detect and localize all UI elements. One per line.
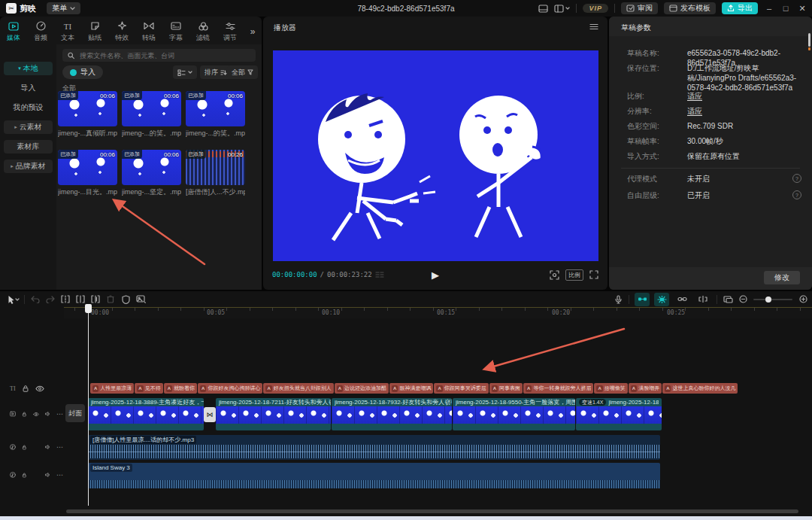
filter-button[interactable]: 全部 — [227, 65, 258, 79]
subtitle-clip[interactable]: A眼神满是嘲讽 — [389, 383, 433, 394]
auto-snap-toggle[interactable] — [654, 293, 669, 306]
video-clip[interactable]: jimeng-2025-12-18-3889-主角凑近好友，一脸信任 — [88, 398, 204, 430]
undo-button[interactable] — [28, 293, 43, 306]
subtitle-clip[interactable]: A同事表面 — [489, 383, 523, 394]
workspace-switcher[interactable] — [554, 5, 570, 13]
lock-icon[interactable] — [22, 443, 27, 452]
minimize-button[interactable]: – — [764, 4, 774, 13]
playhead-line[interactable] — [88, 306, 89, 506]
import-button[interactable]: 导入 — [62, 65, 103, 79]
subtitle-clip[interactable]: A就盼着你 — [164, 383, 197, 394]
split-button[interactable] — [58, 293, 73, 306]
mute-icon[interactable] — [45, 443, 50, 451]
zoom-out-button[interactable] — [735, 293, 750, 306]
field-value-link[interactable]: 适应 — [687, 106, 702, 116]
nav-item-import[interactable]: 导入 — [4, 81, 53, 95]
tab-captions[interactable]: 字幕 — [162, 19, 189, 44]
subtitle-clip[interactable]: A你跟好友掏心掏肺讲心 — [198, 383, 262, 394]
audio-clip-music[interactable]: Island Sway 3 — [88, 463, 660, 488]
modify-button[interactable]: 修改 — [764, 271, 800, 284]
tab-text[interactable]: TI 文本 — [54, 19, 81, 44]
nav-item-library[interactable]: 素材库 — [4, 140, 53, 154]
subtitle-clip[interactable]: A边说还边添油加醋 — [335, 383, 389, 394]
subtitle-clip[interactable]: A好友扭头就当八卦跟别人 — [263, 383, 333, 394]
fit-timeline-button[interactable] — [720, 293, 735, 306]
media-item[interactable]: 已添加 00:06 jimeng-...的笑。.mp4 — [122, 91, 181, 138]
subtitle-clip[interactable]: A人性里最凉薄 — [90, 383, 134, 394]
main-track-magnet-toggle[interactable] — [635, 293, 650, 306]
subtitle-clip[interactable]: A这世上真心盼你好的人没几 — [662, 383, 738, 394]
video-clip[interactable]: jimeng-2025-12-18-7932-好友转头和旁人窃窃私 — [332, 398, 452, 430]
more-options-icon[interactable]: ⋯ — [56, 410, 64, 418]
search-bar[interactable] — [62, 49, 256, 62]
record-voiceover-button[interactable] — [611, 293, 626, 306]
eye-icon[interactable] — [33, 411, 39, 418]
eye-icon[interactable] — [35, 385, 44, 392]
subtitle-clip[interactable]: A满脸嘲弄 — [629, 383, 662, 394]
tab-filters[interactable]: 滤镜 — [189, 19, 217, 44]
media-item[interactable]: 已添加 00:06 jimeng-...的笑。.mp4 — [186, 91, 245, 138]
video-clip[interactable]: 变速1.4X jimeng-2025-12-18-98 — [576, 398, 662, 430]
review-button[interactable]: 审阅 — [621, 2, 658, 14]
select-tool-button[interactable] — [6, 293, 21, 306]
nav-item-presets[interactable]: 我的预设 — [4, 101, 53, 114]
close-button[interactable]: ✕ — [797, 4, 807, 14]
menu-button[interactable]: 菜单 — [47, 2, 80, 14]
help-icon[interactable]: ? — [792, 174, 801, 183]
zoom-in-button[interactable] — [795, 293, 810, 306]
media-item[interactable]: 已添加 00:06 jimeng-...坚定。.mp4 — [122, 150, 181, 197]
layout-icon[interactable] — [538, 5, 548, 13]
player-menu-icon[interactable] — [589, 23, 598, 30]
video-clip[interactable]: jimeng-2025-12-18-7211-好友转头和旁人窃窃私语 — [216, 398, 331, 430]
delete-button[interactable] — [103, 293, 118, 306]
subtitle-clip[interactable]: A你跟同事哭诉委屈 — [434, 383, 488, 394]
linked-selection-toggle[interactable] — [674, 293, 689, 306]
timeline-zoom-slider[interactable] — [753, 299, 792, 300]
search-input[interactable] — [78, 51, 250, 60]
export-button[interactable]: 导出 — [722, 2, 758, 14]
playhead-handle[interactable] — [85, 304, 92, 313]
media-item[interactable]: 已添加 00:06 jimeng-...目光。.mp4 — [58, 150, 117, 197]
vip-badge[interactable]: VIP — [583, 4, 608, 13]
subtitle-clip[interactable]: A等你一转身就跟旁人挤眉 — [523, 383, 593, 394]
tab-adjust[interactable]: 调节 — [217, 19, 244, 44]
more-options-icon[interactable]: ⋯ — [56, 471, 64, 479]
video-preview[interactable] — [273, 50, 598, 261]
nav-item-local[interactable]: ▾本地 — [4, 62, 53, 75]
tab-effects[interactable]: 特效 — [108, 19, 135, 44]
scrollbar-thumb[interactable] — [808, 33, 810, 47]
media-item[interactable]: 已添加 00:26 [唐僧僧]人...不少.mp3 — [186, 150, 245, 197]
focus-frame-icon[interactable] — [550, 270, 559, 280]
timeline-ruler[interactable]: 00:00 00:05 00:10 00:15 00:20 00:25 — [64, 307, 812, 318]
maximize-button[interactable]: □ — [780, 4, 791, 13]
mask-button[interactable] — [118, 293, 133, 306]
zoom-slider-thumb[interactable] — [765, 296, 771, 303]
field-value-link[interactable]: 适应 — [687, 91, 702, 101]
help-icon[interactable]: ? — [792, 190, 801, 199]
view-toggle-button[interactable] — [173, 65, 197, 79]
fullscreen-icon[interactable] — [589, 270, 598, 279]
smart-matting-button[interactable] — [133, 293, 148, 306]
video-clip[interactable]: jimeng-2025-12-18-9550-主角一脸落寞，周围人有的 — [453, 398, 575, 430]
tab-media[interactable]: 媒体 — [0, 19, 27, 44]
media-item[interactable]: 已添加 00:06 jimeng-...真倾听.mp4 — [58, 91, 117, 138]
tab-transition[interactable]: 转场 — [135, 19, 162, 44]
mute-icon[interactable] — [45, 471, 50, 479]
tab-audio[interactable]: 音频 — [27, 19, 54, 44]
subtitle-clip[interactable]: A见不得 — [135, 383, 162, 394]
publish-template-button[interactable]: 发布模板 — [664, 2, 716, 14]
lock-icon[interactable] — [22, 471, 27, 479]
nav-item-brand[interactable]: ▸品牌素材 — [4, 160, 53, 173]
more-tabs-button[interactable]: » — [244, 19, 262, 44]
ratio-button[interactable]: 比例 — [565, 269, 583, 281]
audio-clip-voiceover[interactable]: [唐僧僧]人性里最凉....话的却不少.mp3 — [88, 435, 660, 460]
redo-button[interactable] — [43, 293, 58, 306]
timeline-horizontal-scrollbar[interactable] — [66, 509, 798, 513]
mute-icon[interactable] — [45, 410, 50, 418]
lock-icon[interactable] — [22, 410, 27, 418]
subtitle-clip[interactable]: A捂嘴偷笑 — [594, 383, 627, 394]
more-options-icon[interactable]: ⋯ — [56, 443, 64, 451]
preview-axis-toggle[interactable] — [695, 293, 710, 306]
tab-sticker[interactable]: 贴纸 — [81, 19, 108, 44]
nav-item-cloud[interactable]: ▸云素材 — [4, 120, 53, 134]
